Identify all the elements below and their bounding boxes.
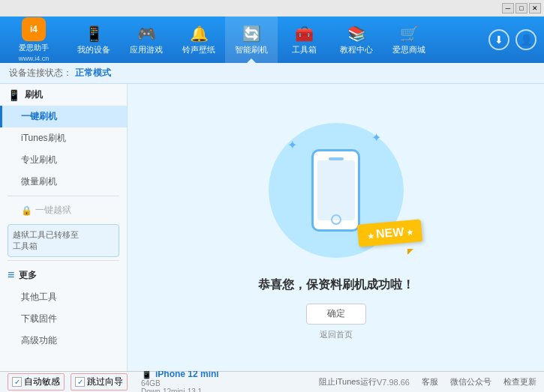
- jailbreak-info-text: 越狱工具已转移至工具箱: [13, 230, 79, 250]
- main-layout: 📱 刷机 一键刷机 iTunes刷机 专业刷机 微量刷机 🔒 一键越狱 越狱工具…: [0, 84, 544, 371]
- ringtone-label: 铃声壁纸: [182, 44, 215, 55]
- skip-wizard-label: 跳过向导: [87, 376, 123, 388]
- toolbox-icon: 🧰: [295, 25, 314, 43]
- sidebar-item-itunes-flash[interactable]: iTunes刷机: [0, 127, 127, 149]
- tutorial-label: 教程中心: [340, 44, 373, 55]
- status-value: 正常模式: [75, 67, 111, 79]
- nav-item-my-device[interactable]: 📱 我的设备: [68, 16, 120, 63]
- smart-flash-icon: 🔄: [242, 25, 261, 43]
- nav-right: ⬇ 👤: [488, 29, 544, 50]
- close-button[interactable]: ✕: [529, 3, 541, 13]
- shop-label: 爱思商城: [392, 44, 425, 55]
- user-button[interactable]: 👤: [515, 29, 536, 50]
- new-badge-tail: [407, 249, 413, 255]
- sparkle-2-icon: ✦: [371, 130, 381, 145]
- minimize-button[interactable]: ─: [502, 3, 514, 13]
- nav-item-smart-flash[interactable]: 🔄 智能刷机: [225, 16, 278, 63]
- apps-games-icon: 🎮: [137, 25, 156, 43]
- jailbreak-lock-icon: 🔒: [21, 205, 32, 216]
- confirm-button[interactable]: 确定: [306, 304, 366, 325]
- check-update-link[interactable]: 检查更新: [503, 376, 536, 388]
- device-info: 📱 iPhone 12 mini 64GB Down-12mini-13,1: [134, 369, 305, 393]
- status-label: 设备连接状态：: [9, 67, 72, 79]
- more-section-icon: ≡: [8, 268, 14, 282]
- app-logo: i4 爱思助手 www.i4.cn: [0, 17, 68, 62]
- customer-service-link[interactable]: 客服: [422, 376, 438, 388]
- toolbox-label: 工具箱: [292, 44, 317, 55]
- sidebar: 📱 刷机 一键刷机 iTunes刷机 专业刷机 微量刷机 🔒 一键越狱 越狱工具…: [0, 84, 128, 371]
- flash-section-label: 刷机: [25, 88, 43, 101]
- more-section-label: 更多: [19, 269, 37, 282]
- ringtone-icon: 🔔: [190, 25, 209, 43]
- logo-text: 爱思助手: [19, 43, 49, 53]
- maximize-button[interactable]: □: [515, 3, 527, 13]
- sidebar-item-pro-flash[interactable]: 专业刷机: [0, 149, 127, 171]
- itunes-status[interactable]: 阻止iTunes运行: [319, 376, 377, 388]
- nav-item-shop[interactable]: 🛒 爱思商城: [383, 16, 435, 63]
- itunes-status-label: 阻止iTunes运行: [319, 377, 377, 386]
- device-version: Down-12mini-13,1: [141, 388, 305, 393]
- device-storage: 64GB: [141, 379, 305, 388]
- phone-home-btn: [331, 214, 341, 225]
- tutorial-icon: 📚: [347, 25, 366, 43]
- skip-wizard-check-icon: ✓: [75, 377, 85, 387]
- smart-flash-label: 智能刷机: [235, 44, 268, 55]
- shop-icon: 🛒: [400, 25, 419, 43]
- sidebar-section-jailbreak: 🔒 一键越狱: [0, 199, 127, 221]
- apps-games-label: 应用游戏: [130, 44, 163, 55]
- skip-wizard-checkbox[interactable]: ✓ 跳过向导: [71, 373, 128, 391]
- main-content: ✦ ✦ ✦ NEW 恭喜您，保资料刷机成功啦！ 确定 返回首页: [128, 84, 544, 371]
- back-home-link[interactable]: 返回首页: [320, 329, 353, 340]
- sidebar-divider-1: [8, 196, 119, 196]
- sidebar-section-flash: 📱 刷机: [0, 84, 127, 106]
- sidebar-section-more: ≡ 更多: [0, 264, 127, 286]
- version-text: V7.98.66: [377, 378, 410, 387]
- jailbreak-info-box: 越狱工具已转移至工具箱: [8, 224, 119, 257]
- success-message: 恭喜您，保资料刷机成功啦！: [258, 277, 414, 293]
- phone-speaker: [329, 157, 344, 160]
- sidebar-item-advanced[interactable]: 高级功能: [0, 330, 127, 352]
- nav-items: 📱 我的设备 🎮 应用游戏 🔔 铃声壁纸 🔄 智能刷机 🧰 工具箱 📚 教程中心…: [68, 16, 488, 63]
- auto-follow-label: 自动敏感: [24, 376, 60, 388]
- title-bar: ─ □ ✕: [0, 0, 544, 16]
- flash-section-icon: 📱: [8, 89, 20, 101]
- logo-url: www.i4.cn: [19, 55, 50, 62]
- logo-icon: i4: [22, 17, 46, 41]
- bottom-right: V7.98.66 客服 微信公众号 检查更新: [377, 376, 536, 388]
- status-bar: 设备连接状态： 正常模式: [0, 63, 544, 84]
- auto-follow-check-icon: ✓: [12, 377, 22, 387]
- bottom-bar: ✓ 自动敏感 ✓ 跳过向导 📱 iPhone 12 mini 64GB Down…: [0, 371, 544, 392]
- sidebar-item-download-firmware[interactable]: 下载固件: [0, 308, 127, 330]
- my-device-icon: 📱: [85, 25, 104, 43]
- nav-bar: i4 爱思助手 www.i4.cn 📱 我的设备 🎮 应用游戏 🔔 铃声壁纸 🔄…: [0, 16, 544, 63]
- sidebar-divider-2: [8, 260, 119, 261]
- wechat-public-link[interactable]: 微信公众号: [450, 376, 491, 388]
- sidebar-item-one-click-flash[interactable]: 一键刷机: [0, 106, 127, 127]
- nav-item-apps-games[interactable]: 🎮 应用游戏: [120, 16, 173, 63]
- nav-item-ringtone[interactable]: 🔔 铃声壁纸: [173, 16, 225, 63]
- nav-item-tutorial[interactable]: 📚 教程中心: [330, 16, 383, 63]
- sidebar-item-other-tools[interactable]: 其他工具: [0, 286, 127, 308]
- jailbreak-label: 一键越狱: [35, 204, 71, 217]
- download-button[interactable]: ⬇: [488, 29, 509, 50]
- phone-illustration: ✦ ✦ ✦ NEW: [261, 115, 411, 265]
- my-device-label: 我的设备: [77, 44, 110, 55]
- bottom-left: ✓ 自动敏感 ✓ 跳过向导 📱 iPhone 12 mini 64GB Down…: [8, 369, 377, 393]
- sparkle-1-icon: ✦: [287, 138, 297, 152]
- phone-screen: [317, 160, 355, 220]
- auto-follow-checkbox[interactable]: ✓ 自动敏感: [8, 373, 65, 391]
- nav-item-toolbox[interactable]: 🧰 工具箱: [278, 16, 330, 63]
- phone-body: [311, 149, 360, 232]
- sidebar-item-save-flash[interactable]: 微量刷机: [0, 171, 127, 193]
